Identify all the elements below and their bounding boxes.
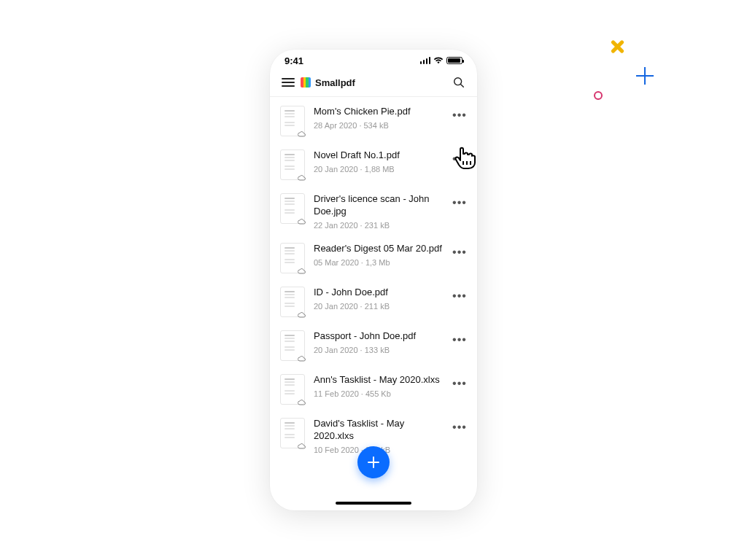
file-name: Ann's Tasklist - May 2020.xlxs	[314, 374, 444, 386]
decorative-plus-icon	[636, 67, 654, 85]
cloud-sync-icon	[297, 356, 306, 362]
file-meta: 20 Jan 2020 · 211 kB	[314, 302, 444, 311]
file-row[interactable]: ID - John Doe.pdf20 Jan 2020 · 211 kB•••	[270, 278, 477, 322]
file-meta: 20 Jan 2020 · 1,88 MB	[314, 165, 444, 174]
add-button[interactable]	[357, 446, 390, 478]
file-thumbnail-icon	[280, 374, 305, 405]
file-list[interactable]: Mom's Chicken Pie.pdf28 Apr 2020 · 534 k…	[270, 97, 477, 459]
file-more-button[interactable]: •••	[452, 109, 467, 122]
file-more-button[interactable]: •••	[452, 152, 467, 166]
file-row[interactable]: Novel Draft No.1.pdf20 Jan 2020 · 1,88 M…	[270, 141, 477, 184]
wifi-icon	[433, 57, 444, 64]
file-thumbnail-icon	[280, 243, 305, 273]
phone-frame: 9:41 Smallpdf Mom's Chicken Pie.pdf28 Ap…	[270, 50, 477, 510]
cloud-sync-icon	[297, 219, 306, 225]
file-more-button[interactable]: •••	[452, 333, 467, 346]
file-name: Mom's Chicken Pie.pdf	[314, 106, 444, 118]
file-more-button[interactable]: •••	[452, 421, 467, 434]
file-name: Reader's Digest 05 Mar 20.pdf	[314, 243, 444, 255]
app-logo-icon	[301, 77, 311, 88]
file-name: Driver's licence scan - John Doe.jpg	[314, 193, 444, 218]
decorative-circle-icon	[594, 91, 603, 100]
file-name: ID - John Doe.pdf	[314, 287, 444, 299]
file-meta: 22 Jan 2020 · 231 kB	[314, 221, 444, 230]
file-meta: 28 Apr 2020 · 534 kB	[314, 121, 444, 130]
file-thumbnail-icon	[280, 418, 305, 448]
svg-line-1	[461, 85, 464, 88]
file-name: David's Tasklist - May 2020.xlxs	[314, 418, 444, 443]
file-meta: 11 Feb 2020 · 455 Kb	[314, 389, 444, 398]
file-thumbnail-icon	[280, 149, 305, 180]
file-thumbnail-icon	[280, 287, 305, 317]
file-thumbnail-icon	[280, 106, 305, 136]
file-row[interactable]: Driver's licence scan - John Doe.jpg22 J…	[270, 184, 477, 234]
file-name: Passport - John Doe.pdf	[314, 330, 444, 343]
file-meta: 20 Jan 2020 · 133 kB	[314, 346, 444, 354]
file-more-button[interactable]: •••	[452, 196, 467, 209]
battery-icon	[446, 57, 462, 64]
cloud-sync-icon	[297, 443, 306, 449]
file-more-button[interactable]: •••	[452, 289, 467, 303]
file-row[interactable]: Passport - John Doe.pdf20 Jan 2020 · 133…	[270, 322, 477, 365]
home-indicator	[336, 502, 411, 505]
search-button[interactable]	[452, 76, 465, 89]
svg-point-0	[454, 78, 462, 85]
app-brand: Smallpdf	[315, 77, 355, 88]
cloud-sync-icon	[297, 312, 306, 318]
app-header: Smallpdf	[270, 71, 477, 97]
file-thumbnail-icon	[280, 193, 305, 224]
cloud-sync-icon	[297, 268, 306, 274]
file-row[interactable]: Reader's Digest 05 Mar 20.pdf05 Mar 2020…	[270, 234, 477, 278]
file-thumbnail-icon	[280, 330, 305, 361]
status-time: 9:41	[285, 55, 303, 66]
file-row[interactable]: Mom's Chicken Pie.pdf28 Apr 2020 · 534 k…	[270, 97, 477, 141]
cloud-sync-icon	[297, 131, 306, 137]
cloud-sync-icon	[297, 400, 306, 405]
cellular-signal-icon	[420, 57, 431, 64]
decorative-x-icon	[610, 39, 624, 54]
file-row[interactable]: Ann's Tasklist - May 2020.xlxs11 Feb 202…	[270, 365, 477, 409]
file-name: Novel Draft No.1.pdf	[314, 149, 444, 162]
file-meta: 05 Mar 2020 · 1,3 Mb	[314, 258, 444, 267]
status-bar: 9:41	[270, 50, 477, 71]
cloud-sync-icon	[297, 175, 306, 181]
file-more-button[interactable]: •••	[452, 377, 467, 390]
menu-button[interactable]	[282, 78, 295, 87]
file-more-button[interactable]: •••	[452, 246, 467, 259]
